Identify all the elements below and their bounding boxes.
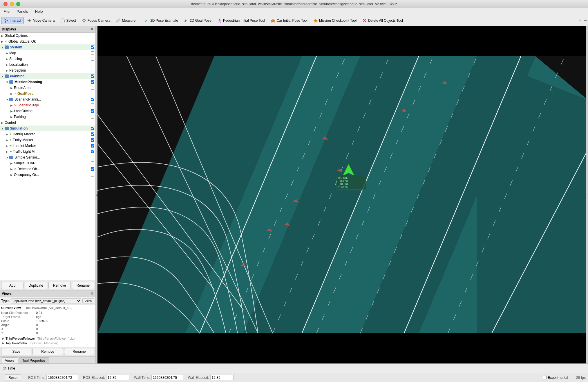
remove-view-button[interactable]: Remove	[32, 348, 63, 355]
mission-checkpoint-tool[interactable]: Mission Checkpoint Tool	[311, 17, 359, 24]
localization-checkbox[interactable]	[91, 63, 94, 66]
focus-camera-tool[interactable]: Focus Camera	[79, 17, 113, 24]
debug-marker-checkbox[interactable]	[91, 132, 94, 136]
close-button[interactable]	[3, 2, 8, 6]
experimental-checkbox[interactable]	[543, 376, 547, 379]
2d-goal-tool[interactable]: 2D Goal Pose	[181, 17, 214, 24]
route-area-checkbox[interactable]	[91, 86, 94, 90]
maximize-button[interactable]	[16, 2, 20, 6]
wall-elapsed-input[interactable]	[210, 375, 234, 380]
tree-item-goal-pose[interactable]: ▶ ✓ GoalPose	[0, 91, 95, 97]
map-checkbox[interactable]	[91, 51, 94, 55]
tree-item-planning[interactable]: ▼ Planning	[0, 73, 95, 79]
simple-lidar-checkbox[interactable]	[91, 161, 94, 165]
reset-wrapper: Reset	[2, 374, 23, 382]
occupancy-gr-checkbox[interactable]	[91, 173, 94, 177]
expand-arrow: ▶	[6, 57, 9, 61]
view-list-item-third-person[interactable]: ▶ ThirdPersonFollower ThirdPersonFollowe…	[1, 336, 94, 341]
tree-item-simple-sensor[interactable]: ▼ Simple Sensor...	[0, 154, 95, 160]
scenario-traje-checkbox[interactable]	[91, 103, 94, 107]
tree-item-simulation[interactable]: ▼ Simulation	[0, 125, 95, 131]
displays-close-icon[interactable]: ✕	[90, 27, 94, 32]
tree-item-sensing[interactable]: ▶ Sensing	[0, 56, 95, 62]
perception-checkbox[interactable]	[91, 69, 94, 72]
duplicate-button[interactable]: Duplicate	[25, 282, 47, 289]
menubar: File Panels Help	[0, 8, 588, 15]
menu-help[interactable]: Help	[34, 9, 44, 14]
tree-label-global-status: Global Status: Ok	[8, 39, 36, 43]
planning-checkbox[interactable]	[91, 74, 94, 78]
tree-item-entity-marker[interactable]: ▶ ✦ Entity Marker	[0, 137, 95, 143]
lanelet-marker-checkbox[interactable]	[91, 144, 94, 148]
traffic-light-checkbox[interactable]	[91, 150, 94, 153]
rename-button[interactable]: Rename	[72, 282, 94, 289]
wall-time-input[interactable]	[151, 375, 183, 380]
view-list-item-topdown[interactable]: ▶ TopDownOrtho TopDownOrtho (rviz)	[1, 341, 94, 345]
lane-driving-checkbox[interactable]	[91, 109, 94, 113]
rename-view-button[interactable]: Rename	[64, 348, 94, 355]
remove-button[interactable]: Remove	[48, 282, 71, 289]
save-view-button[interactable]: Save	[1, 348, 31, 355]
2d-pose-tool[interactable]: 2D Pose Estimate	[142, 17, 181, 24]
zero-button[interactable]: Zero	[82, 298, 94, 303]
tree-item-mission-planning[interactable]: ▼ MissionPlanning	[0, 79, 95, 85]
select-tool[interactable]: Select	[58, 17, 78, 24]
views-close-icon[interactable]: ✕	[90, 291, 94, 296]
ros-elapsed-input[interactable]	[106, 375, 129, 380]
move-camera-tool[interactable]: Move Camera	[24, 17, 57, 24]
tree-item-map[interactable]: ▶ Map	[0, 50, 95, 56]
scenario-planni-checkbox[interactable]	[91, 98, 94, 101]
system-checkbox[interactable]	[91, 46, 94, 49]
tree-item-lanelet-marker[interactable]: ▶ ✦ Lanelet Marker	[0, 143, 95, 149]
simple-sensor-checkbox[interactable]	[91, 156, 94, 159]
tree-item-traffic-light-m[interactable]: ▶ ✦ Traffic Light M...	[0, 149, 95, 154]
tree-item-scenario-traje[interactable]: ▶ ✕ ScenarioTraje...	[0, 102, 95, 108]
titlebar-buttons	[3, 2, 20, 6]
ros-time-input[interactable]	[46, 375, 78, 380]
infobar: Reset ROS Time: ROS Elapsed: Wall Time: …	[0, 373, 588, 382]
add-button[interactable]: Add	[1, 282, 23, 289]
tree-item-occupancy-gr[interactable]: ▶ Occupancy Gr...	[0, 172, 95, 178]
minus-icon[interactable]: −	[584, 17, 587, 23]
menu-panels[interactable]: Panels	[15, 9, 29, 14]
detected-ob-checkbox[interactable]	[91, 167, 94, 171]
tree-item-control[interactable]: ▶ Control	[0, 120, 95, 125]
tree-item-global-options[interactable]: ▶ Global Options	[0, 33, 95, 39]
car-pose-tool[interactable]: Car Initial Pose Tool	[268, 17, 310, 24]
tree-item-perception[interactable]: ▶ Perception	[0, 68, 95, 73]
angle-key: Angle	[1, 323, 36, 327]
goal-pose-checkbox[interactable]	[91, 92, 94, 95]
tree-item-scenario-planni[interactable]: ▼ ScenarioPlanni...	[0, 97, 95, 102]
expand-arrow: ▶	[6, 139, 9, 142]
parking-checkbox[interactable]	[91, 115, 94, 119]
simulation-checkbox[interactable]	[91, 127, 94, 130]
tree-item-simple-lidar[interactable]: ▶ Simple LiDAR	[0, 160, 95, 166]
clock-icon: ⏱	[2, 366, 6, 371]
tree-item-lane-driving[interactable]: ▶ LaneDriving	[0, 108, 95, 114]
sensing-checkbox[interactable]	[91, 57, 94, 61]
pedestrian-pose-tool[interactable]: Pedestrian Initial Pose Tool	[215, 17, 268, 24]
measure-tool[interactable]: Measure	[113, 17, 138, 24]
interact-tool[interactable]: Interact	[1, 17, 24, 24]
tree-item-global-status[interactable]: ▶ ✔ Global Status: Ok	[0, 39, 95, 44]
entity-marker-checkbox[interactable]	[91, 138, 94, 142]
ros-time-label: ROS Time:	[28, 376, 45, 380]
tree-item-localization[interactable]: ▶ Localization	[0, 62, 95, 68]
tree-item-system[interactable]: ▼ System	[0, 44, 95, 50]
tab-tool-properties[interactable]: Tool Properties	[19, 357, 49, 363]
tab-views[interactable]: Views	[1, 357, 18, 363]
right-resize-handle[interactable]: ›	[586, 26, 588, 363]
viewport[interactable]: DRIVING -63.6753 -225.898 0.000019 ›	[97, 26, 588, 363]
reset-button[interactable]: Reset	[5, 374, 21, 381]
mission-planning-checkbox[interactable]	[91, 80, 94, 84]
views-type-select[interactable]: TopDownOrtho (rviz_default_plugins)	[11, 298, 81, 303]
delete-all-tool[interactable]: Delete All Objects Tool	[360, 17, 406, 24]
tree-item-parking[interactable]: ▶ Parking	[0, 114, 95, 120]
tree-item-detected-ob[interactable]: ▶ ✕ Detected Ob...	[0, 166, 95, 172]
menu-file[interactable]: File	[2, 9, 11, 14]
tree-item-route-area[interactable]: ▶ RouteArea	[0, 85, 95, 91]
displays-tree[interactable]: ▶ Global Options ▶ ✔ Global Status: Ok ▼…	[0, 33, 95, 281]
minimize-button[interactable]	[10, 2, 14, 6]
tree-item-debug-marker[interactable]: ▶ ✦ Debug Marker	[0, 131, 95, 137]
add-icon[interactable]: +	[578, 17, 582, 23]
